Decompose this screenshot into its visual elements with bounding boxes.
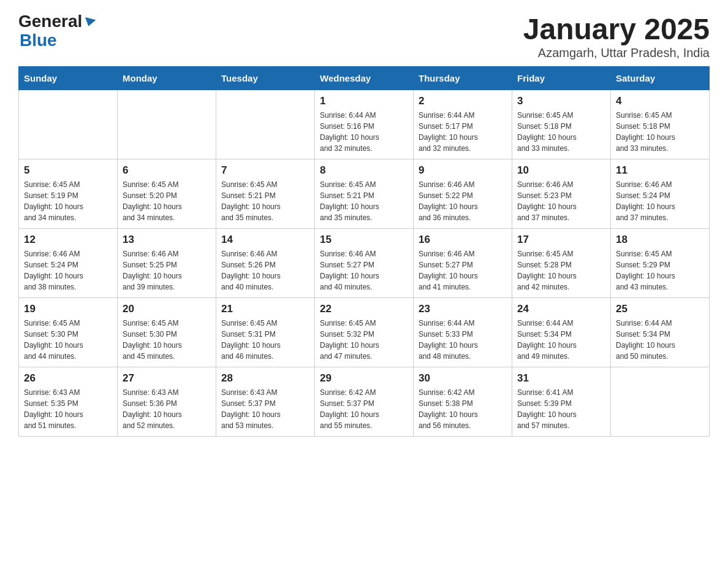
day-number: 2 [419, 95, 507, 107]
calendar-cell: 13Sunrise: 6:46 AM Sunset: 5:25 PM Dayli… [118, 229, 216, 298]
day-info: Sunrise: 6:43 AM Sunset: 5:37 PM Dayligh… [221, 387, 309, 431]
day-info: Sunrise: 6:43 AM Sunset: 5:36 PM Dayligh… [123, 387, 211, 431]
day-number: 23 [419, 303, 507, 315]
calendar-header: SundayMondayTuesdayWednesdayThursdayFrid… [19, 67, 710, 90]
day-info: Sunrise: 6:45 AM Sunset: 5:32 PM Dayligh… [320, 318, 408, 362]
calendar-cell: 3Sunrise: 6:45 AM Sunset: 5:18 PM Daylig… [512, 90, 611, 159]
weekday-header-sunday: Sunday [19, 67, 118, 90]
day-info: Sunrise: 6:42 AM Sunset: 5:38 PM Dayligh… [419, 387, 507, 431]
day-number: 10 [517, 164, 605, 177]
weekday-header-saturday: Saturday [611, 67, 710, 90]
day-info: Sunrise: 6:45 AM Sunset: 5:28 PM Dayligh… [517, 248, 605, 293]
day-info: Sunrise: 6:45 AM Sunset: 5:21 PM Dayligh… [221, 179, 309, 223]
calendar-cell: 27Sunrise: 6:43 AM Sunset: 5:36 PM Dayli… [118, 367, 216, 437]
calendar-cell: 23Sunrise: 6:44 AM Sunset: 5:33 PM Dayli… [414, 298, 512, 367]
calendar-cell: 10Sunrise: 6:46 AM Sunset: 5:23 PM Dayli… [512, 159, 611, 229]
day-number: 5 [24, 164, 112, 177]
day-info: Sunrise: 6:46 AM Sunset: 5:26 PM Dayligh… [221, 248, 309, 293]
day-number: 29 [320, 372, 408, 385]
day-number: 28 [221, 372, 309, 385]
calendar-cell: 2Sunrise: 6:44 AM Sunset: 5:17 PM Daylig… [414, 90, 512, 159]
calendar-title: January 2025 [523, 12, 710, 46]
calendar-cell: 17Sunrise: 6:45 AM Sunset: 5:28 PM Dayli… [512, 229, 611, 298]
calendar-cell: 9Sunrise: 6:46 AM Sunset: 5:22 PM Daylig… [414, 159, 512, 229]
calendar-cell [118, 90, 216, 159]
logo-general: General [18, 12, 82, 31]
calendar-cell: 7Sunrise: 6:45 AM Sunset: 5:21 PM Daylig… [216, 159, 315, 229]
day-number: 14 [221, 234, 309, 246]
calendar-cell: 4Sunrise: 6:45 AM Sunset: 5:18 PM Daylig… [611, 90, 710, 159]
calendar-cell: 21Sunrise: 6:45 AM Sunset: 5:31 PM Dayli… [216, 298, 315, 367]
day-number: 19 [24, 303, 112, 315]
day-number: 3 [517, 95, 605, 107]
day-info: Sunrise: 6:45 AM Sunset: 5:21 PM Dayligh… [320, 179, 408, 223]
day-number: 7 [221, 164, 309, 177]
day-number: 31 [517, 372, 605, 385]
calendar-cell: 15Sunrise: 6:46 AM Sunset: 5:27 PM Dayli… [315, 229, 414, 298]
day-info: Sunrise: 6:45 AM Sunset: 5:19 PM Dayligh… [24, 179, 112, 223]
day-info: Sunrise: 6:46 AM Sunset: 5:27 PM Dayligh… [320, 248, 408, 293]
calendar-cell: 25Sunrise: 6:44 AM Sunset: 5:34 PM Dayli… [611, 298, 710, 367]
calendar-week-1: 5Sunrise: 6:45 AM Sunset: 5:19 PM Daylig… [19, 159, 710, 229]
day-info: Sunrise: 6:46 AM Sunset: 5:27 PM Dayligh… [419, 248, 507, 293]
day-info: Sunrise: 6:44 AM Sunset: 5:17 PM Dayligh… [419, 110, 507, 154]
calendar-week-3: 19Sunrise: 6:45 AM Sunset: 5:30 PM Dayli… [19, 298, 710, 367]
day-number: 27 [123, 372, 211, 385]
calendar-cell: 26Sunrise: 6:43 AM Sunset: 5:35 PM Dayli… [19, 367, 118, 437]
calendar-cell: 1Sunrise: 6:44 AM Sunset: 5:16 PM Daylig… [315, 90, 414, 159]
weekday-header-wednesday: Wednesday [315, 67, 414, 90]
calendar-cell: 11Sunrise: 6:46 AM Sunset: 5:24 PM Dayli… [611, 159, 710, 229]
day-info: Sunrise: 6:43 AM Sunset: 5:35 PM Dayligh… [24, 387, 112, 431]
day-number: 13 [123, 234, 211, 246]
day-number: 8 [320, 164, 408, 177]
day-info: Sunrise: 6:45 AM Sunset: 5:31 PM Dayligh… [221, 318, 309, 362]
calendar-cell [216, 90, 315, 159]
logo: General Blue [18, 12, 95, 50]
day-number: 24 [517, 303, 605, 315]
calendar-cell: 22Sunrise: 6:45 AM Sunset: 5:32 PM Dayli… [315, 298, 414, 367]
day-number: 18 [616, 234, 704, 246]
day-number: 11 [616, 164, 704, 177]
weekday-header-friday: Friday [512, 67, 611, 90]
day-number: 4 [616, 95, 704, 107]
logo-blue: Blue [20, 31, 57, 50]
day-number: 26 [24, 372, 112, 385]
day-info: Sunrise: 6:45 AM Sunset: 5:20 PM Dayligh… [123, 179, 211, 223]
calendar-cell: 5Sunrise: 6:45 AM Sunset: 5:19 PM Daylig… [19, 159, 118, 229]
calendar-cell: 14Sunrise: 6:46 AM Sunset: 5:26 PM Dayli… [216, 229, 315, 298]
day-info: Sunrise: 6:45 AM Sunset: 5:29 PM Dayligh… [616, 248, 704, 293]
calendar-subtitle: Azamgarh, Uttar Pradesh, India [523, 46, 710, 60]
weekday-row: SundayMondayTuesdayWednesdayThursdayFrid… [19, 67, 710, 90]
day-number: 25 [616, 303, 704, 315]
calendar-cell: 24Sunrise: 6:44 AM Sunset: 5:34 PM Dayli… [512, 298, 611, 367]
day-number: 15 [320, 234, 408, 246]
day-info: Sunrise: 6:44 AM Sunset: 5:34 PM Dayligh… [616, 318, 704, 362]
calendar-cell: 31Sunrise: 6:41 AM Sunset: 5:39 PM Dayli… [512, 367, 611, 437]
weekday-header-tuesday: Tuesday [216, 67, 315, 90]
day-info: Sunrise: 6:45 AM Sunset: 5:30 PM Dayligh… [24, 318, 112, 362]
day-info: Sunrise: 6:41 AM Sunset: 5:39 PM Dayligh… [517, 387, 605, 431]
calendar-table: SundayMondayTuesdayWednesdayThursdayFrid… [18, 66, 710, 437]
calendar-cell: 30Sunrise: 6:42 AM Sunset: 5:38 PM Dayli… [414, 367, 512, 437]
day-info: Sunrise: 6:46 AM Sunset: 5:24 PM Dayligh… [616, 179, 704, 223]
day-number: 9 [419, 164, 507, 177]
title-block: January 2025 Azamgarh, Uttar Pradesh, In… [523, 12, 710, 60]
calendar-cell: 19Sunrise: 6:45 AM Sunset: 5:30 PM Dayli… [19, 298, 118, 367]
day-number: 17 [517, 234, 605, 246]
day-number: 16 [419, 234, 507, 246]
day-number: 30 [419, 372, 507, 385]
calendar-cell: 6Sunrise: 6:45 AM Sunset: 5:20 PM Daylig… [118, 159, 216, 229]
page-header: General Blue January 2025 Azamgarh, Utta… [18, 12, 710, 60]
day-info: Sunrise: 6:45 AM Sunset: 5:30 PM Dayligh… [123, 318, 211, 362]
calendar-cell: 20Sunrise: 6:45 AM Sunset: 5:30 PM Dayli… [118, 298, 216, 367]
day-number: 20 [123, 303, 211, 315]
day-info: Sunrise: 6:42 AM Sunset: 5:37 PM Dayligh… [320, 387, 408, 431]
calendar-cell: 29Sunrise: 6:42 AM Sunset: 5:37 PM Dayli… [315, 367, 414, 437]
day-number: 21 [221, 303, 309, 315]
day-info: Sunrise: 6:45 AM Sunset: 5:18 PM Dayligh… [517, 110, 605, 154]
day-info: Sunrise: 6:46 AM Sunset: 5:24 PM Dayligh… [24, 248, 112, 293]
calendar-body: 1Sunrise: 6:44 AM Sunset: 5:16 PM Daylig… [19, 90, 710, 437]
calendar-cell [19, 90, 118, 159]
calendar-cell: 28Sunrise: 6:43 AM Sunset: 5:37 PM Dayli… [216, 367, 315, 437]
day-number: 12 [24, 234, 112, 246]
